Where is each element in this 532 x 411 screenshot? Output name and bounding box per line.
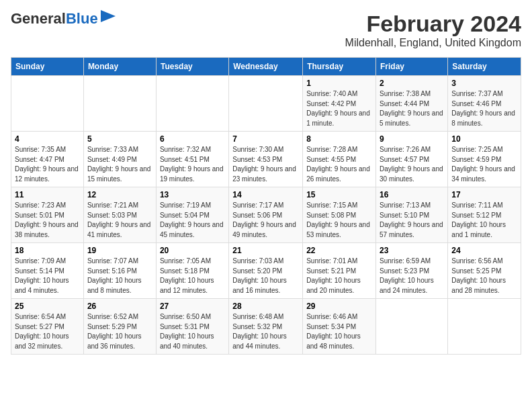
day-info: Sunrise: 7:07 AM Sunset: 5:16 PM Dayligh… — [87, 257, 152, 295]
day-info: Sunrise: 7:28 AM Sunset: 4:55 PM Dayligh… — [306, 145, 372, 184]
calendar-cell: 1Sunrise: 7:40 AM Sunset: 4:42 PM Daylig… — [303, 76, 376, 132]
weekday-header: Thursday — [303, 58, 376, 76]
day-info: Sunrise: 7:35 AM Sunset: 4:47 PM Dayligh… — [15, 145, 80, 184]
day-info: Sunrise: 7:17 AM Sunset: 5:06 PM Dayligh… — [232, 201, 299, 240]
day-info: Sunrise: 7:05 AM Sunset: 5:18 PM Dayligh… — [160, 257, 225, 295]
day-info: Sunrise: 6:50 AM Sunset: 5:31 PM Dayligh… — [160, 312, 225, 351]
calendar-body: 1Sunrise: 7:40 AM Sunset: 4:42 PM Daylig… — [11, 76, 521, 355]
day-number: 2 — [380, 79, 444, 88]
day-number: 7 — [232, 134, 299, 144]
weekday-header: Monday — [83, 58, 156, 76]
calendar-cell: 13Sunrise: 7:19 AM Sunset: 5:04 PM Dayli… — [156, 187, 228, 243]
day-info: Sunrise: 7:30 AM Sunset: 4:53 PM Dayligh… — [232, 145, 299, 184]
day-info: Sunrise: 6:54 AM Sunset: 5:27 PM Dayligh… — [15, 312, 80, 351]
day-number: 22 — [306, 246, 372, 255]
day-number: 27 — [160, 302, 225, 311]
day-number: 14 — [232, 190, 299, 199]
day-info: Sunrise: 7:33 AM Sunset: 4:49 PM Dayligh… — [87, 145, 152, 184]
day-number: 23 — [380, 246, 444, 255]
day-number: 25 — [15, 302, 80, 311]
day-number: 3 — [451, 79, 517, 88]
weekday-header-row: SundayMondayTuesdayWednesdayThursdayFrid… — [11, 58, 521, 76]
calendar-cell: 2Sunrise: 7:38 AM Sunset: 4:44 PM Daylig… — [376, 76, 448, 132]
calendar-cell: 14Sunrise: 7:17 AM Sunset: 5:06 PM Dayli… — [229, 187, 303, 243]
month-title: February 2024 — [345, 11, 521, 37]
calendar-cell: 25Sunrise: 6:54 AM Sunset: 5:27 PM Dayli… — [11, 299, 84, 355]
day-number: 5 — [87, 134, 152, 144]
calendar-cell: 4Sunrise: 7:35 AM Sunset: 4:47 PM Daylig… — [11, 132, 84, 187]
calendar-cell: 24Sunrise: 6:56 AM Sunset: 5:25 PM Dayli… — [448, 243, 521, 299]
day-number: 24 — [451, 246, 517, 255]
day-number: 9 — [380, 134, 444, 144]
calendar-cell: 26Sunrise: 6:52 AM Sunset: 5:29 PM Dayli… — [83, 299, 156, 355]
day-info: Sunrise: 7:19 AM Sunset: 5:04 PM Dayligh… — [160, 201, 225, 240]
day-number: 28 — [232, 302, 299, 311]
calendar-cell: 28Sunrise: 6:48 AM Sunset: 5:32 PM Dayli… — [229, 299, 303, 355]
logo: GeneralBlue — [11, 11, 116, 27]
calendar-cell: 29Sunrise: 6:46 AM Sunset: 5:34 PM Dayli… — [303, 299, 376, 355]
calendar-cell: 18Sunrise: 7:09 AM Sunset: 5:14 PM Dayli… — [11, 243, 84, 299]
calendar-week-row: 25Sunrise: 6:54 AM Sunset: 5:27 PM Dayli… — [11, 299, 521, 355]
calendar-cell: 10Sunrise: 7:25 AM Sunset: 4:59 PM Dayli… — [448, 132, 521, 187]
day-info: Sunrise: 7:25 AM Sunset: 4:59 PM Dayligh… — [451, 145, 517, 184]
calendar-cell: 9Sunrise: 7:26 AM Sunset: 4:57 PM Daylig… — [376, 132, 448, 187]
day-info: Sunrise: 6:46 AM Sunset: 5:34 PM Dayligh… — [306, 312, 372, 351]
day-info: Sunrise: 6:59 AM Sunset: 5:23 PM Dayligh… — [380, 257, 444, 295]
day-info: Sunrise: 7:26 AM Sunset: 4:57 PM Dayligh… — [380, 145, 444, 184]
day-number: 10 — [451, 134, 517, 144]
day-info: Sunrise: 7:03 AM Sunset: 5:20 PM Dayligh… — [232, 257, 299, 295]
calendar-week-row: 1Sunrise: 7:40 AM Sunset: 4:42 PM Daylig… — [11, 76, 521, 132]
calendar-cell: 5Sunrise: 7:33 AM Sunset: 4:49 PM Daylig… — [83, 132, 156, 187]
location-title: Mildenhall, England, United Kingdom — [345, 37, 521, 49]
day-info: Sunrise: 7:15 AM Sunset: 5:08 PM Dayligh… — [306, 201, 372, 240]
day-info: Sunrise: 7:21 AM Sunset: 5:03 PM Dayligh… — [87, 201, 152, 240]
day-number: 12 — [87, 190, 152, 199]
calendar-cell: 7Sunrise: 7:30 AM Sunset: 4:53 PM Daylig… — [229, 132, 303, 187]
calendar-cell: 15Sunrise: 7:15 AM Sunset: 5:08 PM Dayli… — [303, 187, 376, 243]
logo-arrow-icon — [101, 10, 116, 22]
calendar-cell — [229, 76, 303, 132]
day-info: Sunrise: 6:52 AM Sunset: 5:29 PM Dayligh… — [87, 312, 152, 351]
weekday-header: Friday — [376, 58, 448, 76]
day-number: 21 — [232, 246, 299, 255]
day-number: 6 — [160, 134, 225, 144]
calendar-cell: 21Sunrise: 7:03 AM Sunset: 5:20 PM Dayli… — [229, 243, 303, 299]
day-info: Sunrise: 7:32 AM Sunset: 4:51 PM Dayligh… — [160, 145, 225, 184]
calendar-cell: 6Sunrise: 7:32 AM Sunset: 4:51 PM Daylig… — [156, 132, 228, 187]
day-number: 20 — [160, 246, 225, 255]
calendar-cell: 3Sunrise: 7:37 AM Sunset: 4:46 PM Daylig… — [448, 76, 521, 132]
day-number: 4 — [15, 134, 80, 144]
calendar-cell: 20Sunrise: 7:05 AM Sunset: 5:18 PM Dayli… — [156, 243, 228, 299]
weekday-header: Sunday — [11, 58, 84, 76]
calendar-cell: 22Sunrise: 7:01 AM Sunset: 5:21 PM Dayli… — [303, 243, 376, 299]
day-info: Sunrise: 7:23 AM Sunset: 5:01 PM Dayligh… — [15, 201, 80, 240]
day-number: 29 — [306, 302, 372, 311]
day-number: 18 — [15, 246, 80, 255]
weekday-header: Wednesday — [229, 58, 303, 76]
day-number: 17 — [451, 190, 517, 199]
day-info: Sunrise: 7:37 AM Sunset: 4:46 PM Dayligh… — [451, 89, 517, 128]
calendar-cell: 11Sunrise: 7:23 AM Sunset: 5:01 PM Dayli… — [11, 187, 84, 243]
calendar-cell: 16Sunrise: 7:13 AM Sunset: 5:10 PM Dayli… — [376, 187, 448, 243]
calendar-cell — [156, 76, 228, 132]
weekday-header: Tuesday — [156, 58, 228, 76]
calendar-cell: 12Sunrise: 7:21 AM Sunset: 5:03 PM Dayli… — [83, 187, 156, 243]
day-number: 13 — [160, 190, 225, 199]
day-info: Sunrise: 7:13 AM Sunset: 5:10 PM Dayligh… — [380, 201, 444, 240]
day-number: 26 — [87, 302, 152, 311]
calendar-cell — [83, 76, 156, 132]
calendar-cell: 23Sunrise: 6:59 AM Sunset: 5:23 PM Dayli… — [376, 243, 448, 299]
calendar-cell — [448, 299, 521, 355]
calendar-week-row: 18Sunrise: 7:09 AM Sunset: 5:14 PM Dayli… — [11, 243, 521, 299]
svg-marker-0 — [101, 10, 116, 22]
calendar-week-row: 4Sunrise: 7:35 AM Sunset: 4:47 PM Daylig… — [11, 132, 521, 187]
calendar-week-row: 11Sunrise: 7:23 AM Sunset: 5:01 PM Dayli… — [11, 187, 521, 243]
calendar-cell: 8Sunrise: 7:28 AM Sunset: 4:55 PM Daylig… — [303, 132, 376, 187]
day-info: Sunrise: 7:01 AM Sunset: 5:21 PM Dayligh… — [306, 257, 372, 295]
calendar-cell — [11, 76, 84, 132]
day-info: Sunrise: 7:09 AM Sunset: 5:14 PM Dayligh… — [15, 257, 80, 295]
day-info: Sunrise: 6:56 AM Sunset: 5:25 PM Dayligh… — [451, 257, 517, 295]
calendar-cell: 19Sunrise: 7:07 AM Sunset: 5:16 PM Dayli… — [83, 243, 156, 299]
calendar-table: SundayMondayTuesdayWednesdayThursdayFrid… — [11, 57, 521, 355]
header: GeneralBlue February 2024 Mildenhall, En… — [11, 11, 521, 49]
